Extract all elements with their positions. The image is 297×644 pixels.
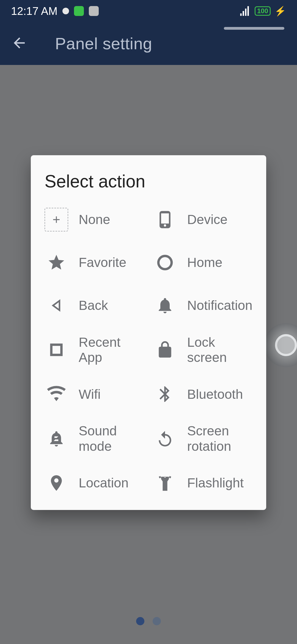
battery-indicator: 100	[255, 6, 271, 16]
action-sound-mode[interactable]: Sound mode	[45, 423, 143, 454]
action-label: Recent App	[79, 335, 143, 365]
action-label: Favorite	[79, 255, 126, 270]
status-left: 12:17 AM	[11, 5, 99, 17]
signal-icon	[239, 5, 251, 17]
nav-back-icon	[45, 294, 68, 317]
back-arrow-icon[interactable]	[11, 35, 28, 52]
action-label: None	[79, 212, 110, 227]
action-recent-app[interactable]: Recent App	[45, 335, 143, 365]
square-icon	[45, 338, 68, 362]
action-label: Device	[187, 212, 228, 227]
bluetooth-icon	[153, 382, 177, 406]
flashlight-icon	[153, 471, 177, 495]
action-label: Sound mode	[79, 423, 143, 454]
action-bluetooth[interactable]: Bluetooth	[153, 380, 252, 408]
pin-icon	[45, 471, 68, 495]
select-action-dialog: Select action None Device Favorite Home	[31, 155, 266, 510]
status-app-icon-2	[89, 6, 99, 16]
wifi-icon	[45, 382, 68, 406]
action-label: Back	[79, 298, 108, 313]
page-title: Panel setting	[55, 34, 152, 53]
action-favorite[interactable]: Favorite	[45, 249, 143, 276]
action-flashlight[interactable]: Flashlight	[153, 469, 252, 497]
action-label: Bluetooth	[187, 387, 243, 402]
action-label: Home	[187, 255, 222, 270]
action-label: Notification	[187, 298, 252, 313]
action-screen-rotation[interactable]: Screen rotation	[153, 423, 252, 454]
toolbar-handle	[224, 27, 284, 30]
action-label: Wifi	[79, 387, 101, 402]
assistive-touch-bubble-inner	[275, 334, 297, 356]
plus-dashed-icon	[45, 208, 68, 231]
action-label: Location	[79, 475, 128, 490]
status-right: 100 ⚡	[239, 5, 286, 17]
status-time: 12:17 AM	[11, 5, 57, 17]
rotate-icon	[153, 427, 177, 451]
status-notification-dot-icon	[62, 8, 69, 14]
status-app-icon	[74, 6, 84, 16]
circle-icon	[153, 251, 177, 274]
action-home[interactable]: Home	[153, 249, 252, 276]
action-label: Lock screen	[187, 335, 252, 365]
action-grid: None Device Favorite Home Back	[45, 206, 252, 497]
bell-snooze-icon	[45, 427, 68, 451]
action-location[interactable]: Location	[45, 469, 143, 497]
action-label: Screen rotation	[187, 423, 252, 454]
page-dot-active	[136, 617, 144, 625]
battery-percent: 100	[257, 8, 268, 14]
page-indicator	[136, 617, 161, 625]
action-label: Flashlight	[187, 475, 244, 490]
action-notification[interactable]: Notification	[153, 292, 252, 319]
page-dot	[153, 617, 161, 625]
action-none[interactable]: None	[45, 206, 143, 233]
action-wifi[interactable]: Wifi	[45, 380, 143, 408]
lock-icon	[153, 338, 177, 362]
action-device[interactable]: Device	[153, 206, 252, 233]
action-lock-screen[interactable]: Lock screen	[153, 335, 252, 365]
dialog-title: Select action	[45, 171, 252, 192]
charging-bolt-icon: ⚡	[274, 6, 286, 17]
star-icon	[45, 251, 68, 274]
action-back[interactable]: Back	[45, 292, 143, 319]
bell-icon	[153, 294, 177, 317]
phone-icon	[153, 208, 177, 231]
status-bar: 12:17 AM 100 ⚡	[0, 0, 297, 22]
